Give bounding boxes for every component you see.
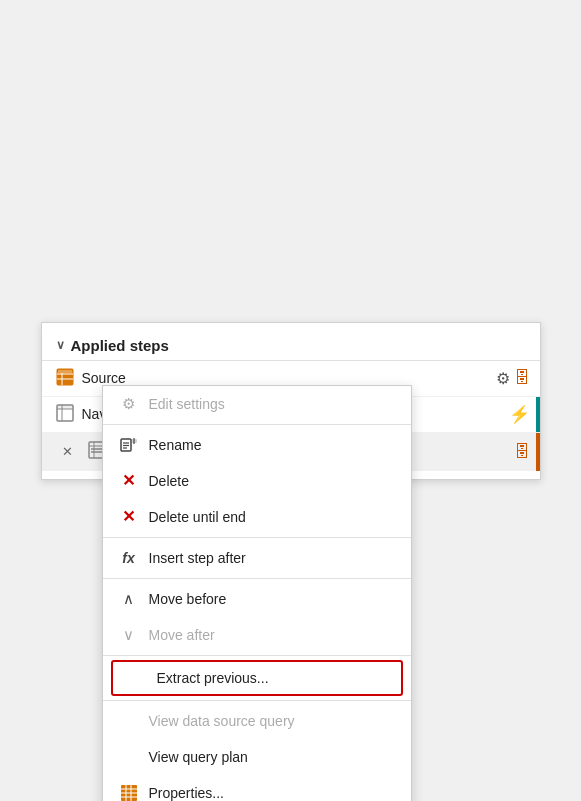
gear-icon[interactable]: ⚙: [496, 369, 510, 388]
insert-step-after-label: Insert step after: [149, 550, 393, 566]
menu-item-move-before[interactable]: ∧ Move before: [103, 581, 411, 617]
extract-previous-label: Extract previous...: [157, 670, 387, 686]
navigation-icon: [56, 404, 74, 425]
gear-menu-icon: ⚙: [119, 395, 139, 413]
separator-5: [103, 700, 411, 701]
delete-icon: ✕: [119, 471, 139, 490]
delete-until-end-icon: ✕: [119, 507, 139, 526]
db-clock-icon: 🗄: [514, 443, 530, 461]
orange-accent: [536, 433, 540, 471]
edit-settings-label: Edit settings: [149, 396, 393, 412]
applied-steps-panel: ∨ Applied steps Source ⚙ 🗄: [41, 322, 541, 480]
properties-label: Properties...: [149, 785, 393, 801]
menu-item-view-query-plan[interactable]: View query plan: [103, 739, 411, 775]
view-data-source-query-label: View data source query: [149, 713, 393, 729]
chevron-down-icon: ∨: [119, 626, 139, 644]
db-orange-icon: 🗄: [514, 369, 530, 387]
chevron-icon[interactable]: ∨: [56, 338, 65, 352]
menu-item-rename[interactable]: Rename: [103, 427, 411, 463]
menu-item-view-data-source-query[interactable]: View data source query: [103, 703, 411, 739]
rename-icon: [119, 436, 139, 454]
fx-icon: fx: [119, 550, 139, 566]
separator-3: [103, 578, 411, 579]
rename-label: Rename: [149, 437, 393, 453]
menu-item-delete-until-end[interactable]: ✕ Delete until end: [103, 499, 411, 535]
renamed-columns-actions: 🗄: [514, 443, 530, 461]
close-button[interactable]: ✕: [56, 440, 80, 464]
delete-label: Delete: [149, 473, 393, 489]
menu-item-properties[interactable]: Properties...: [103, 775, 411, 802]
panel-title: Applied steps: [71, 337, 169, 354]
menu-item-delete[interactable]: ✕ Delete: [103, 463, 411, 499]
source-actions: ⚙ 🗄: [496, 369, 530, 388]
menu-item-insert-step-after[interactable]: fx Insert step after: [103, 540, 411, 576]
teal-accent: [536, 397, 540, 432]
separator-1: [103, 424, 411, 425]
separator-4: [103, 655, 411, 656]
menu-item-edit-settings[interactable]: ⚙ Edit settings: [103, 386, 411, 422]
navigation-actions: ⚡: [509, 404, 530, 425]
source-icon: [56, 368, 74, 389]
move-before-label: Move before: [149, 591, 393, 607]
svg-rect-6: [58, 370, 72, 373]
properties-icon: [119, 784, 139, 802]
svg-rect-10: [57, 405, 73, 409]
bolt-icon: ⚡: [509, 404, 530, 425]
delete-until-end-label: Delete until end: [149, 509, 393, 525]
menu-item-extract-previous[interactable]: Extract previous...: [111, 660, 403, 696]
separator-2: [103, 537, 411, 538]
view-query-plan-label: View query plan: [149, 749, 393, 765]
move-after-label: Move after: [149, 627, 393, 643]
menu-item-move-after[interactable]: ∨ Move after: [103, 617, 411, 653]
chevron-up-icon: ∧: [119, 590, 139, 608]
panel-header: ∨ Applied steps: [42, 331, 540, 360]
context-menu: ⚙ Edit settings Rename ✕ Delete: [102, 385, 412, 802]
